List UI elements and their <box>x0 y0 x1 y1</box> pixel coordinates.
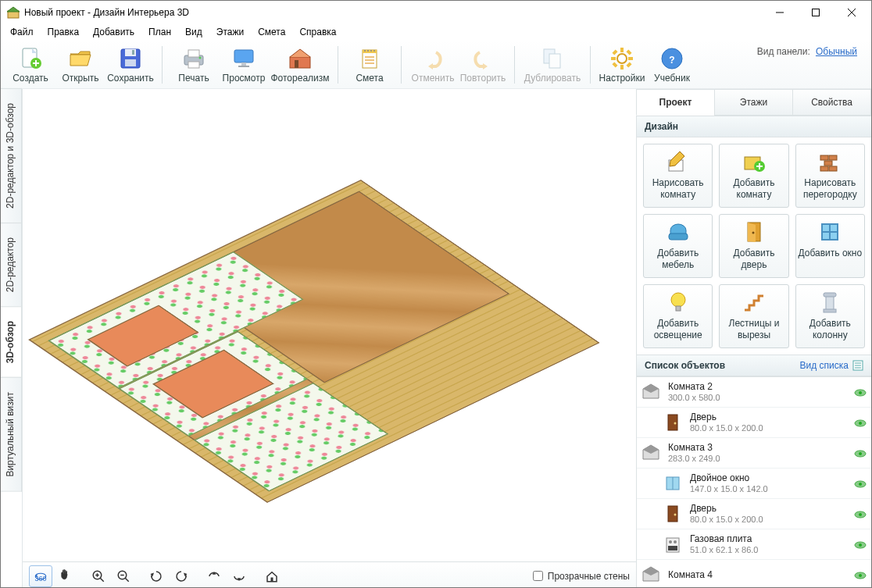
tool-stairs[interactable]: Лестницы и вырезы <box>719 284 788 348</box>
menu-file[interactable]: Файл <box>4 25 40 39</box>
vtab-virtual[interactable]: Виртуальный визит <box>1 377 22 492</box>
monitor-icon <box>231 46 256 71</box>
svg-point-89 <box>859 422 862 425</box>
undo-icon <box>420 46 445 71</box>
svg-rect-39 <box>628 57 633 60</box>
object-row[interactable]: Дверь80.0 x 15.0 x 200.0 <box>637 499 871 529</box>
tab-floors[interactable]: Этажи <box>714 89 793 116</box>
tb-preview[interactable]: Просмотр <box>219 43 269 87</box>
close-button[interactable] <box>834 1 870 24</box>
menu-floors[interactable]: Этажи <box>210 25 250 39</box>
menu-view[interactable]: Вид <box>179 25 209 39</box>
tb-settings[interactable]: Настройки <box>597 43 647 87</box>
list-view-link[interactable]: Вид списка <box>800 360 863 371</box>
tb-photoreal[interactable]: Фотореализм <box>269 43 331 87</box>
tilt-up-button[interactable] <box>202 565 226 587</box>
rotate-ccw-button[interactable] <box>145 565 168 587</box>
object-row[interactable]: Комната 3283.0 x 249.0 <box>637 438 871 469</box>
rotate-cw-button[interactable] <box>170 565 193 587</box>
visibility-toggle[interactable] <box>854 540 867 548</box>
tb-duplicate[interactable]: Дублировать <box>521 43 584 87</box>
svg-rect-12 <box>132 50 134 55</box>
tab-project[interactable]: Проект <box>636 89 715 116</box>
vtab-2d[interactable]: 2D-редактор <box>1 223 22 307</box>
tab-properties[interactable]: Свойства <box>792 89 871 116</box>
tb-undo[interactable]: Отменить <box>408 43 458 87</box>
tb-estimate[interactable]: Смета <box>345 43 395 87</box>
menu-add[interactable]: Добавить <box>87 25 141 39</box>
tool-draw-partition[interactable]: Нарисовать перегородку <box>795 144 865 208</box>
duplicate-icon <box>540 46 565 71</box>
svg-point-35 <box>617 54 627 63</box>
object-dimensions: 80.0 x 15.0 x 200.0 <box>690 423 848 433</box>
tb-create[interactable]: Создать <box>5 43 55 87</box>
tb-save[interactable]: Сохранить <box>105 43 155 87</box>
menu-edit[interactable]: Правка <box>41 25 86 39</box>
visibility-toggle[interactable] <box>854 419 867 426</box>
object-row[interactable]: Комната 4 <box>637 560 871 588</box>
svg-point-87 <box>674 422 677 425</box>
svg-rect-65 <box>829 155 837 160</box>
door-icon <box>662 412 684 433</box>
visibility-toggle[interactable] <box>854 571 867 579</box>
window-icon <box>662 472 684 494</box>
svg-rect-3 <box>813 9 820 16</box>
zoom-in-button[interactable] <box>87 565 110 587</box>
svg-point-85 <box>859 391 862 394</box>
menu-plan[interactable]: План <box>142 25 177 39</box>
tool-add-room[interactable]: Добавить комнату <box>719 144 788 208</box>
svg-rect-38 <box>611 57 616 60</box>
zoom-out-button[interactable] <box>112 565 135 587</box>
tb-open[interactable]: Открыть <box>55 43 105 87</box>
visibility-toggle[interactable] <box>854 449 867 457</box>
design-header: Дизайн <box>637 116 871 137</box>
tool-add-furniture[interactable]: Добавить мебель <box>643 214 713 278</box>
door-icon <box>662 503 684 525</box>
house-model <box>48 191 580 491</box>
pan-button[interactable] <box>54 565 77 587</box>
new-file-icon <box>18 46 43 71</box>
svg-text:?: ? <box>669 55 674 66</box>
object-list[interactable]: Комната 2300.0 x 580.0Дверь80.0 x 15.0 x… <box>637 376 871 588</box>
tool-add-column[interactable]: Добавить колонну <box>795 284 865 348</box>
object-name: Газовая плита <box>690 533 848 544</box>
object-row[interactable]: Комната 2300.0 x 580.0 <box>637 377 871 408</box>
orbit-360-button[interactable]: 360 <box>29 565 52 587</box>
tool-add-door[interactable]: Добавить дверь <box>719 214 788 278</box>
tool-add-light[interactable]: Добавить освещение <box>643 284 713 348</box>
svg-point-28 <box>367 50 369 52</box>
tb-help[interactable]: ?Учебник <box>647 43 697 87</box>
svg-rect-86 <box>668 415 677 430</box>
visibility-toggle[interactable] <box>854 510 867 518</box>
visibility-toggle[interactable] <box>854 479 867 487</box>
tool-draw-room[interactable]: Нарисовать комнату <box>643 144 713 208</box>
svg-rect-14 <box>188 50 199 57</box>
tilt-down-button[interactable] <box>227 565 251 587</box>
app-icon <box>7 6 20 19</box>
home-view-button[interactable] <box>260 565 284 587</box>
maximize-button[interactable] <box>798 1 834 24</box>
3d-viewport[interactable] <box>23 89 636 561</box>
panel-mode: Вид панели: Обычный <box>757 40 871 57</box>
object-row[interactable]: Дверь80.0 x 15.0 x 200.0 <box>637 408 871 438</box>
vtab-3d[interactable]: 3D-обзор <box>1 306 22 378</box>
visibility-toggle[interactable] <box>854 388 867 396</box>
menu-help[interactable]: Справка <box>293 25 342 39</box>
menu-estimate[interactable]: Смета <box>252 25 291 39</box>
tool-add-window[interactable]: Добавить окно <box>795 214 865 278</box>
transparent-walls-checkbox[interactable]: Прозрачные стены <box>533 571 630 582</box>
svg-rect-69 <box>669 233 688 240</box>
right-panel: Проект Этажи Свойства Дизайн Нарисовать … <box>637 89 871 588</box>
svg-point-75 <box>671 293 685 307</box>
panel-mode-link[interactable]: Обычный <box>816 46 857 57</box>
object-dimensions: 147.0 x 15.0 x 142.0 <box>690 484 848 494</box>
save-icon <box>118 46 143 71</box>
object-row[interactable]: Газовая плита51.0 x 62.1 x 86.0 <box>637 529 871 560</box>
tb-redo[interactable]: Повторить <box>458 43 508 87</box>
svg-rect-96 <box>668 506 677 522</box>
minimize-button[interactable] <box>762 1 798 24</box>
svg-line-54 <box>125 578 129 582</box>
tb-print[interactable]: Печать <box>169 43 219 87</box>
object-row[interactable]: Двойное окно147.0 x 15.0 x 142.0 <box>637 469 871 499</box>
vtab-2d-3d[interactable]: 2D-редактор и 3D-обзор <box>1 88 22 223</box>
